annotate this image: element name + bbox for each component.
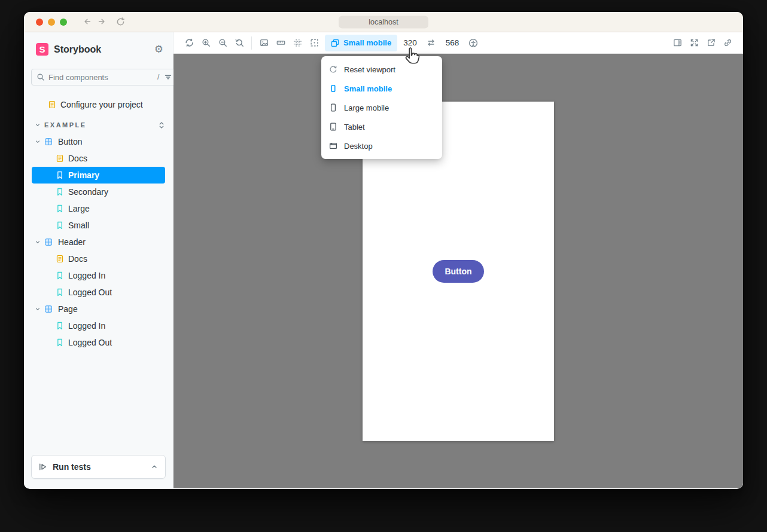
copy-link-button[interactable] bbox=[719, 35, 736, 51]
filter-icon[interactable] bbox=[164, 73, 172, 81]
chevron-up-icon[interactable] bbox=[151, 463, 158, 470]
viewport-icon bbox=[331, 39, 339, 47]
open-canvas-new-tab-button[interactable] bbox=[702, 35, 719, 51]
forward-icon[interactable] bbox=[97, 17, 106, 26]
menu-item-label: Large mobile bbox=[344, 103, 389, 112]
zoom-window-button[interactable] bbox=[60, 19, 67, 26]
accessibility-icon bbox=[468, 38, 478, 48]
section-header-example[interactable]: EXAMPLE bbox=[32, 117, 165, 133]
chevron-down-icon bbox=[35, 306, 41, 312]
collapse-expand-all-icon[interactable] bbox=[158, 121, 165, 129]
measure-icon bbox=[276, 38, 285, 47]
browser-window: localhost S Storybook ⚙ / bbox=[24, 12, 743, 489]
chevron-down-icon bbox=[35, 139, 41, 145]
sidebar-item-button-primary[interactable]: Primary bbox=[32, 167, 165, 184]
address-bar[interactable]: localhost bbox=[339, 16, 428, 28]
fullscreen-icon bbox=[690, 38, 699, 47]
zoom-out-icon bbox=[218, 38, 227, 47]
menu-item-reset-viewport[interactable]: Reset viewport bbox=[321, 60, 442, 79]
sidebar-item-button[interactable]: Button bbox=[32, 133, 165, 150]
toolbar-divider bbox=[251, 36, 252, 50]
component-icon bbox=[44, 305, 53, 313]
zoom-reset-icon bbox=[235, 38, 244, 47]
zoom-out-button[interactable] bbox=[214, 35, 231, 51]
desktop-icon bbox=[329, 142, 337, 150]
zoom-in-button[interactable] bbox=[197, 35, 214, 51]
grid-icon bbox=[293, 38, 302, 47]
sidebar-item-button-large[interactable]: Large bbox=[32, 200, 165, 217]
reset-viewport-icon bbox=[329, 65, 337, 74]
zoom-in-icon bbox=[202, 38, 211, 47]
menu-item-desktop[interactable]: Desktop bbox=[321, 136, 442, 155]
search-icon bbox=[36, 73, 45, 81]
back-icon[interactable] bbox=[83, 17, 92, 26]
viewport-width-value[interactable]: 320 bbox=[397, 38, 423, 47]
swap-dimensions-icon bbox=[427, 38, 436, 47]
component-icon bbox=[44, 238, 53, 246]
viewport-selector-button[interactable]: Small mobile bbox=[325, 35, 397, 51]
chevron-down-icon bbox=[35, 122, 41, 128]
menu-item-label: Tablet bbox=[344, 123, 365, 132]
reset-zoom-button[interactable] bbox=[231, 35, 248, 51]
large-mobile-icon bbox=[329, 103, 337, 112]
remount-button[interactable] bbox=[181, 35, 197, 51]
reload-icon[interactable] bbox=[116, 17, 125, 26]
sidebar: S Storybook ⚙ / Configure your pr bbox=[24, 32, 174, 488]
backgrounds-button[interactable] bbox=[255, 35, 272, 51]
remount-icon bbox=[185, 38, 194, 47]
sidebar-item-header-logged-in[interactable]: Logged In bbox=[32, 267, 165, 284]
docs-icon bbox=[56, 154, 64, 163]
canvas-toolbar: Small mobile 320 568 bbox=[174, 32, 743, 54]
viewport-selector-label: Small mobile bbox=[343, 38, 391, 47]
sidebar-item-button-docs[interactable]: Docs bbox=[32, 150, 165, 167]
menu-item-tablet[interactable]: Tablet bbox=[321, 117, 442, 136]
sidebar-item-button-secondary[interactable]: Secondary bbox=[32, 184, 165, 200]
backgrounds-icon bbox=[260, 38, 269, 47]
search-shortcut-key: / bbox=[157, 73, 160, 81]
sidebar-item-button-small[interactable]: Small bbox=[32, 217, 165, 234]
menu-item-label: Desktop bbox=[344, 142, 373, 151]
chevron-down-icon bbox=[35, 239, 41, 245]
sidebar-item-configure-project[interactable]: Configure your project bbox=[32, 96, 165, 113]
measure-button[interactable] bbox=[272, 35, 289, 51]
close-window-button[interactable] bbox=[36, 19, 43, 26]
traffic-lights bbox=[36, 19, 67, 26]
tablet-icon bbox=[329, 123, 337, 131]
swap-dimensions-button[interactable] bbox=[423, 35, 440, 51]
grid-button[interactable] bbox=[289, 35, 306, 51]
menu-item-large-mobile[interactable]: Large mobile bbox=[321, 98, 442, 117]
search-box[interactable]: / bbox=[31, 69, 178, 85]
document-icon bbox=[48, 100, 56, 109]
story-primary-button[interactable]: Button bbox=[433, 260, 483, 283]
sidebar-item-page-logged-out[interactable]: Logged Out bbox=[32, 334, 165, 351]
viewport-height-value[interactable]: 568 bbox=[440, 38, 465, 47]
sidebar-item-header-docs[interactable]: Docs bbox=[32, 250, 165, 267]
outline-icon bbox=[310, 38, 319, 47]
settings-gear-icon[interactable]: ⚙ bbox=[154, 44, 163, 54]
preview-canvas: Button bbox=[174, 54, 743, 488]
sidebar-item-header[interactable]: Header bbox=[32, 234, 165, 250]
docs-icon bbox=[56, 255, 64, 263]
sidebar-item-header-logged-out[interactable]: Logged Out bbox=[32, 284, 165, 301]
play-tests-icon bbox=[39, 463, 47, 471]
sidebar-item-page[interactable]: Page bbox=[32, 301, 165, 317]
search-input[interactable] bbox=[48, 73, 154, 82]
story-bookmark-icon bbox=[56, 288, 64, 296]
small-mobile-icon bbox=[329, 84, 337, 93]
story-tree: Configure your project EXAMPLE Button Do… bbox=[24, 91, 173, 447]
outline-button[interactable] bbox=[306, 35, 322, 51]
menu-item-small-mobile[interactable]: Small mobile bbox=[321, 79, 442, 98]
copy-link-icon bbox=[723, 38, 732, 47]
minimize-window-button[interactable] bbox=[48, 19, 55, 26]
component-icon bbox=[44, 137, 53, 146]
storybook-logo-icon: S bbox=[36, 43, 48, 56]
story-bookmark-icon bbox=[56, 171, 64, 179]
sidebar-item-page-logged-in[interactable]: Logged In bbox=[32, 317, 165, 334]
toggle-addons-panel-button[interactable] bbox=[669, 35, 686, 51]
accessibility-button[interactable] bbox=[465, 35, 482, 51]
menu-item-label: Small mobile bbox=[344, 84, 392, 93]
story-bookmark-icon bbox=[56, 322, 64, 330]
run-tests-button[interactable]: Run tests bbox=[31, 455, 166, 479]
fullscreen-button[interactable] bbox=[686, 35, 702, 51]
story-bookmark-icon bbox=[56, 188, 64, 196]
